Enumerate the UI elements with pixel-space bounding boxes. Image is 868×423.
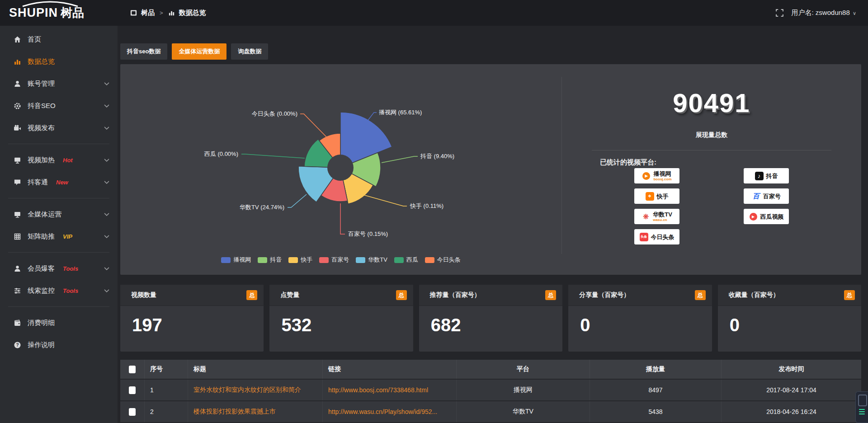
legend-item-1[interactable]: 抖音 [258,256,282,264]
stat-card-header: 分享量（百家号）总 [568,285,712,306]
stat-card-label: 收藏量（百家号） [729,291,779,299]
sidebar-item-8[interactable]: 矩阵助推VIP [0,226,118,248]
breadcrumb-current[interactable]: 数据总览 [179,9,206,17]
platforms-title: 已统计的视频平台: [600,158,656,167]
total-badge[interactable]: 总 [246,290,257,300]
sidebar-item-7[interactable]: 全媒体运营 [0,203,118,226]
sidebar-item-label: 会员爆客 [28,264,55,273]
table-row-0: 1室外水纹灯和室内水纹灯的区别和简介http://www.boosj.com/7… [120,379,861,400]
cell-time: 2018-04-26 16:24 [722,401,861,422]
bar-chart-icon [14,58,21,66]
pie-label-3: 百家号 (0.15%) [348,230,388,237]
platform-badge-douyin: ♪抖音 [744,168,789,183]
platform-subtitle: wasu.cn [653,218,667,222]
sidebar-item-label: 抖客通 [28,178,48,187]
platform-badge-kuaishou: ❖快手 [634,188,679,204]
legend-item-4[interactable]: 华数TV [356,256,387,264]
pie-label-4: 华数TV (24.74%) [240,204,284,211]
app-icon [130,9,137,16]
tab-1[interactable]: 全媒体运营数据 [172,43,226,60]
legend-item-6[interactable]: 今日头条 [425,256,461,264]
cell-plays: 8497 [590,380,722,400]
column-header-5: 发布时间 [722,360,861,379]
legend-swatch [319,257,329,263]
select-all-checkbox[interactable] [129,366,136,373]
tab-0[interactable]: 抖音seo数据 [120,43,167,60]
platform-badge-xigua: ▶西瓜视频 [744,209,789,224]
wasu-logo-icon: ❋ [642,212,650,221]
sidebar-item-label: 抖音SEO [28,102,56,110]
baijiahao-logo-icon: 百 [752,192,760,201]
stat-card-label: 分享量（百家号） [579,291,630,299]
sidebar: 首页数据总览账号管理抖音SEO视频发布视频加热Hot抖客通New全媒体运营矩阵助… [0,26,118,423]
cell-title[interactable]: 楼体投影灯投影效果震撼上市 [188,401,323,422]
sidebar-divider [8,198,109,198]
legend-item-3[interactable]: 百家号 [319,256,349,264]
stat-card-header: 收藏量（百家号）总 [718,285,861,306]
sidebar-item-10[interactable]: 线索监控Tools [0,280,118,302]
legend-label: 华数TV [368,256,387,264]
total-badge[interactable]: 总 [844,290,855,300]
total-impressions-value: 90491 [562,88,861,118]
platform-name: 华数TV [653,212,672,217]
username-label: 用户名: zswodun88 [792,9,850,16]
legend-item-0[interactable]: 播视网 [221,256,251,264]
row-checkbox[interactable] [129,408,136,416]
platform-name: 西瓜视频 [760,214,784,220]
breadcrumb-home[interactable]: 树品 [141,9,155,17]
cell-link[interactable]: http://www.wasu.cn/Play/show/id/952... [323,401,457,422]
chevron-down-icon [104,289,109,293]
legend-swatch [288,257,298,263]
data-tabs: 抖音seo数据全媒体运营数据询盘数据 [120,43,268,60]
logo-text-cn: 树品 [61,5,84,21]
sidebar-item-label: 操作说明 [28,341,55,349]
sidebar-item-label: 矩阵助推 [28,232,55,241]
stat-card-value: 197 [120,306,264,334]
tab-2[interactable]: 询盘数据 [231,43,268,60]
logo-text-en: SHUPIN [9,6,58,20]
cell-title[interactable]: 室外水纹灯和室内水纹灯的区别和简介 [188,380,323,400]
cell-no: 2 [145,401,188,422]
total-badge[interactable]: 总 [545,290,556,300]
total-badge[interactable]: 总 [695,290,706,300]
board-icon [14,156,21,164]
stat-card-0: 视频数量总197 [120,285,264,352]
xigua-logo-icon: ▶ [749,212,758,221]
platform-subtitle: boosj.com [653,178,671,181]
user-icon [14,80,21,88]
chevron-down-icon [104,127,109,130]
sidebar-item-4[interactable]: 视频发布 [0,117,118,139]
stat-card-4: 收藏量（百家号）总0 [718,285,861,352]
row-checkbox[interactable] [129,386,136,394]
sidebar-item-0[interactable]: 首页 [0,28,118,51]
legend-item-5[interactable]: 西瓜 [394,256,418,264]
sidebar-item-label: 全媒体运营 [28,210,61,219]
side-float-widget[interactable] [855,391,868,423]
pie-leader-3 [340,203,345,234]
sidebar-item-2[interactable]: 账号管理 [0,73,118,95]
cell-time: 2017-08-24 17:04 [722,380,861,400]
sidebar-item-11[interactable]: 消费明细 [0,312,118,334]
sidebar-item-label: 视频加热 [28,156,55,164]
sidebar-item-1[interactable]: 数据总览 [0,51,118,73]
sidebar-item-3[interactable]: 抖音SEO [0,95,118,117]
sidebar-item-6[interactable]: 抖客通New [0,171,118,193]
legend-swatch [356,257,365,263]
legend-label: 播视网 [233,256,251,264]
fullscreen-icon[interactable] [776,9,783,17]
breadcrumb: 树品 > 数据总览 [130,9,206,17]
legend-swatch [258,257,267,263]
legend-item-2[interactable]: 快手 [288,256,312,264]
username-menu[interactable]: 用户名: zswodun88 ∨ [792,9,856,17]
grid-icon [14,233,21,240]
breadcrumb-separator: > [159,9,164,16]
sidebar-item-12[interactable]: ?操作说明 [0,334,118,356]
table-header-row: 序号标题链接平台播放量发布时间 [120,360,861,379]
sidebar-item-9[interactable]: 会员爆客Tools [0,258,118,280]
sidebar-item-5[interactable]: 视频加热Hot [0,149,118,171]
cell-link[interactable]: http://www.boosj.com/7338468.html [323,380,457,400]
legend-label: 快手 [301,256,312,264]
pie-label-5: 西瓜 (0.00%) [204,150,238,157]
platform-name: 抖音 [766,173,778,179]
total-badge[interactable]: 总 [396,290,407,300]
